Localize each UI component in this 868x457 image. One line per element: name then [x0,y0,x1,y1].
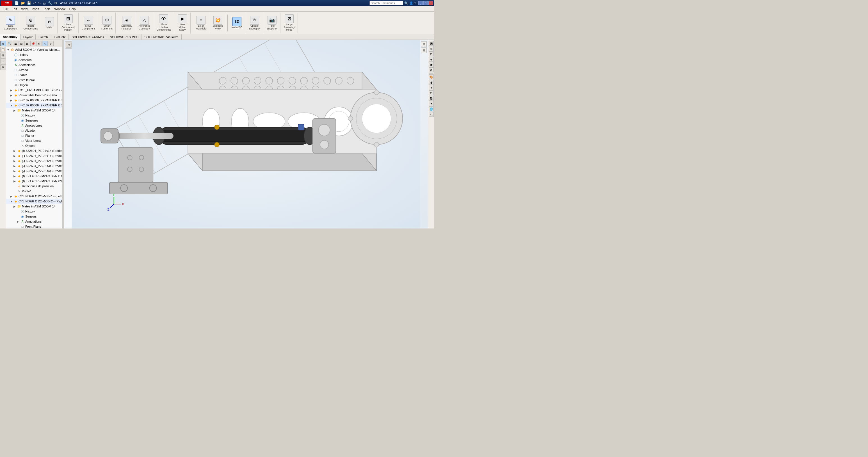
bom-button[interactable]: ≡ Bill ofMaterials [195,15,208,31]
tree-settings-button[interactable]: ⚙ [36,41,42,46]
tree-collapse-button[interactable]: ⊟ [19,41,24,46]
tree-origen-1[interactable]: ✕ Origen [6,83,62,88]
show-hidden-button[interactable]: 👁 ShowHiddenComponents [156,14,172,32]
rt-filter-edges[interactable]: ◻ [429,51,434,56]
rt-filter-faces[interactable]: ◈ [429,57,434,62]
rt-filter-vertices[interactable]: ◇ [429,46,434,51]
edit-component-button[interactable]: ✎ EditComponent [3,15,18,31]
print-button[interactable]: 🖨 [42,1,46,5]
menu-window[interactable]: Window [53,7,67,11]
rebuild-button[interactable]: 🔧 [48,1,53,5]
tree-history-2[interactable]: 🕐 History [6,113,62,118]
vpr-collapse-button[interactable]: ⊟ [421,48,427,53]
tree-planta-2[interactable]: □ Planta [6,133,62,138]
configuration-manager-tab[interactable]: ⚙ [0,53,6,58]
rt-appearance[interactable]: ✦ [429,101,434,106]
tab-sketch[interactable]: Sketch [36,34,51,39]
tab-solidworks-mbd[interactable]: SOLIDWORKS MBD [107,34,142,39]
tree-expander-2[interactable]: ▼ ◆ (-) 0107 00006_EXPANDER Ø60x145 [6,103,62,108]
move-button[interactable]: ↔ MoveComponent [81,15,96,31]
tree-content[interactable]: ▼ ⚙ ASM BOOM 14 (Vertical Motion Only) 🕐… [6,47,62,228]
settings-button[interactable]: ⚙ [54,1,58,5]
tree-sensors-1[interactable]: ◉ Sensores [6,57,62,62]
menu-edit[interactable]: Edit [10,7,19,11]
tab-solidworks-addins[interactable]: SOLIDWORKS Add-Ins [69,34,107,39]
tab-solidworks-visualize[interactable]: SOLIDWORKS Visualize [142,34,181,39]
open-button[interactable]: 📂 [20,1,26,5]
rt-perspectives[interactable]: □ [429,90,434,95]
tree-mates-folder-2[interactable]: ▶ 📁 Mates in ASM BOOM 14 [6,204,62,209]
viewport[interactable]: ⊡ 🔍 ↺ ✋ ◑ 👁 ⊘ 📦 ⚙ TOP LEFT FRONT [64,40,428,228]
rt-view-palette[interactable]: 🖼 [429,96,434,101]
tree-622-3[interactable]: ▶ ◆ (-) 622604_PZ-02<2> (Predeter [6,158,62,163]
tree-annotations-1[interactable]: A Anotaciones [6,62,62,67]
tree-frontplane[interactable]: □ Front Plane [6,224,62,228]
menu-insert[interactable]: Insert [30,7,41,11]
dim-xpert-manager-tab[interactable]: ± [0,58,6,64]
speedpak-button[interactable]: ⟳ UpdateSpeedpak [248,15,261,31]
tree-sensors-2[interactable]: ◉ Sensores [6,118,62,123]
tree-relaciones[interactable]: ⌀ Relaciones de posición [6,184,62,189]
feature-manager-tab[interactable]: ◈ [0,41,6,46]
tree-622-1[interactable]: ▶ ◆ (f) 622604_PZ-01<1> (Predeter [6,148,62,153]
menu-help[interactable]: Help [68,7,78,11]
assembly-features-button[interactable]: ◈ AssemblyFeatures [120,15,133,31]
exploded-view-button[interactable]: 💥 ExplodedView [211,15,224,31]
rt-filter-bodies[interactable]: ◉ [429,62,434,67]
tree-punto1[interactable]: ✕ Punto1 [6,189,62,194]
instant3d-button[interactable]: 3D Instant3D [230,17,244,29]
tree-part-0315[interactable]: ▶ ◆ 0315_ENSAMBLE BUT 28<1> (Fixed [6,88,62,93]
minimize-button[interactable]: _ [418,1,423,5]
tree-view-button[interactable]: ☰ [12,41,18,46]
save-button[interactable]: 💾 [26,1,32,5]
rt-select-filter[interactable]: ▣ [429,41,434,46]
tree-expander-1[interactable]: ▶ ◆ (-) 0107 00006_EXPANDER Ø60x145 [6,98,62,103]
rt-ambient-occlusion[interactable]: ● [429,85,434,90]
tree-annotations-3[interactable]: ▶ A Annotations [6,219,62,224]
reference-geometry-button[interactable]: △ ReferenceGeometry [137,15,151,31]
tree-retractable-boom[interactable]: ▶ ◆ Retractable Boom<1> (Default) [6,93,62,98]
tree-alzado-2[interactable]: □ Alzado [6,128,62,133]
tree-vistalateral-1[interactable]: □ Vista lateral [6,78,62,83]
vpr-expand-button[interactable]: ⊞ [421,41,427,47]
close-button[interactable]: ✕ [428,1,433,5]
rt-shadows[interactable]: ◑ [429,80,434,85]
rt-filter-components[interactable]: ⊕ [429,67,434,72]
tree-mates-folder[interactable]: ▶ 📁 Mates in ASM BOOM 14 [6,108,62,113]
pattern-button[interactable]: ⊞ Linear ComponentPattern [60,14,76,32]
rt-scene[interactable]: 🌐 [429,106,434,112]
menu-view[interactable]: View [19,7,29,11]
tree-nav-back[interactable]: ◁ [42,41,48,46]
tree-alzado-1[interactable]: □ Alzado [6,67,62,72]
large-assembly-button[interactable]: ⊠ LargeAssemblyMode [283,14,296,32]
tree-origen-2[interactable]: ✕ Origen [6,143,62,148]
snapshot-button[interactable]: 📷 TakeSnapshot [266,15,278,31]
rt-decals[interactable]: 🏷 [429,112,434,117]
tree-pin-button[interactable]: 📌 [30,41,36,46]
tree-sensors-3[interactable]: ◉ Sensors [6,214,62,219]
tree-planta-1[interactable]: □ Planta [6,72,62,78]
search-input[interactable] [369,1,403,5]
tree-history-3[interactable]: 🕐 History [6,209,62,214]
tree-nav-fwd[interactable]: ▷ [48,41,54,46]
tree-622-2[interactable]: ▶ ◆ (-) 622604_PZ-02<1> (Predeter [6,153,62,158]
undo-button[interactable]: ↩ [33,1,36,5]
property-manager-tab[interactable]: 📋 [0,47,6,52]
tree-cylinder-2[interactable]: ▼ ◆ CYLINDER Ø125x536<2> (Right Sid [6,199,62,204]
tab-evaluate[interactable]: Evaluate [51,34,69,39]
tree-622-5[interactable]: ▶ ◆ (-) 622604_PZ-03<4> (Predeter [6,169,62,174]
display-manager-tab[interactable]: 👁 [0,64,6,70]
mate-button[interactable]: ⌀ Mate [43,17,56,29]
tree-iso-1[interactable]: ▶ ◆ (f) ISO 4017 - M24 x 50-N<1> ( [6,174,62,179]
tree-annotations-2[interactable]: A Anotaciones [6,123,62,128]
menu-file[interactable]: File [1,7,9,11]
tab-layout[interactable]: Layout [21,34,36,39]
tree-iso-2[interactable]: ▶ ◆ (f) ISO 4017 - M24 x 50-N<2> ( [6,179,62,184]
tree-cylinder-1[interactable]: ▶ ◆ CYLINDER Ø125x536<1> (Left side) [6,194,62,199]
tree-root[interactable]: ▼ ⚙ ASM BOOM 14 (Vertical Motion Only) [6,47,62,52]
insert-components-button[interactable]: ⊕ InsertComponents [23,15,39,31]
tree-vistalateral-2[interactable]: □ Vista lateral [6,138,62,143]
tree-622-4[interactable]: ▶ ◆ (-) 622604_PZ-03<3> (Predeter [6,163,62,169]
tree-history-1[interactable]: 🕐 History [6,52,62,57]
motion-study-button[interactable]: ▶ NewMotionStudy [176,14,189,32]
